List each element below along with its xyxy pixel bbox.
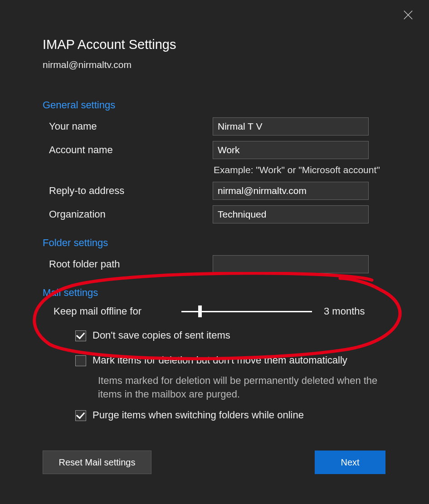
dont-save-sent-label: Don't save copies of sent items (93, 329, 230, 343)
section-mail-settings: Mail settings (43, 287, 408, 299)
your-name-label: Your name (43, 121, 213, 132)
section-folder-settings: Folder settings (43, 237, 408, 249)
keep-offline-label: Keep mail offline for (54, 305, 181, 317)
your-name-input[interactable] (213, 117, 369, 136)
slider-thumb[interactable] (198, 305, 202, 317)
page-title: IMAP Account Settings (43, 37, 408, 52)
keep-offline-value: 3 months (324, 305, 365, 317)
mark-delete-note: Items marked for deletion will be perman… (98, 374, 397, 402)
account-name-example: Example: "Work" or "Microsoft account" (213, 165, 408, 175)
close-icon (403, 10, 413, 20)
reply-to-label: Reply-to address (43, 185, 213, 197)
reset-mail-settings-button[interactable]: Reset Mail settings (43, 451, 151, 474)
root-folder-input[interactable] (213, 255, 369, 273)
purge-checkbox[interactable] (75, 410, 86, 421)
mark-delete-checkbox[interactable] (75, 355, 86, 366)
account-email: nirmal@nirmaltv.com (43, 59, 408, 70)
organization-label: Organization (43, 208, 213, 220)
keep-offline-slider[interactable] (181, 305, 312, 318)
account-name-label: Account name (43, 144, 213, 156)
reply-to-input[interactable] (213, 182, 369, 200)
next-button[interactable]: Next (315, 451, 385, 474)
root-folder-label: Root folder path (43, 258, 213, 270)
dont-save-sent-checkbox[interactable] (75, 330, 86, 341)
organization-input[interactable] (213, 205, 369, 223)
account-name-input[interactable] (213, 141, 369, 159)
mark-delete-label: Mark items for deletion but don't move t… (93, 354, 347, 368)
purge-label: Purge items when switching folders while… (93, 408, 304, 422)
section-general-settings: General settings (43, 99, 408, 111)
close-button[interactable] (403, 10, 413, 22)
